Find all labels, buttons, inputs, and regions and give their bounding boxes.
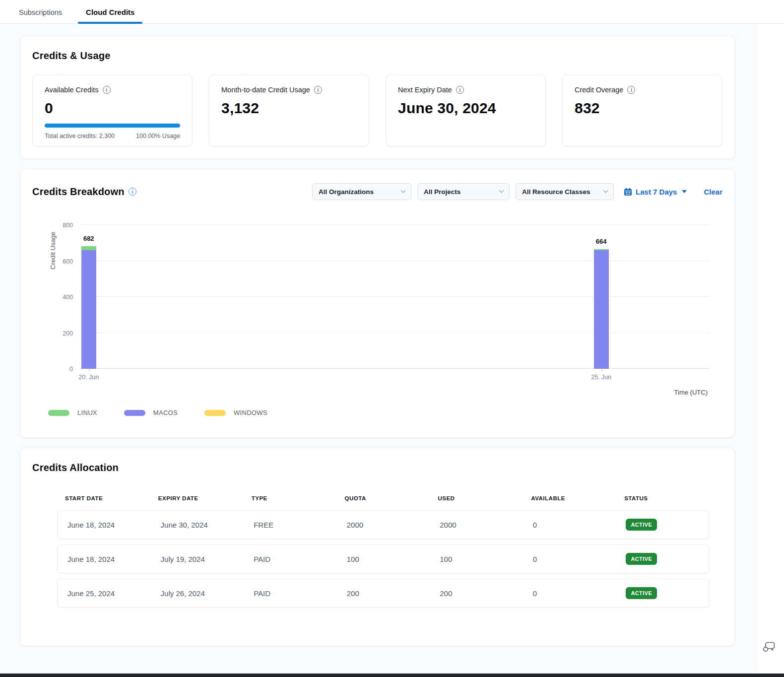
date-range-value: Last 7 Days <box>636 188 677 196</box>
gridline <box>80 333 710 333</box>
legend-label: MACOS <box>153 409 178 416</box>
usage-percent: 100.00% Usage <box>136 133 180 139</box>
chart-legend: LINUXMACOSWINDOWS <box>48 409 722 416</box>
column-header: STATUS <box>616 495 710 501</box>
projects-dropdown[interactable]: All Projects <box>417 183 510 200</box>
stat-card-next-expiry: Next Expiry Date i June 30, 2024 <box>386 74 546 146</box>
column-header: USED <box>430 495 523 501</box>
available-credits-label: Available Credits <box>45 86 99 94</box>
credit-overage-label: Credit Overage <box>575 86 623 94</box>
available-credits-value: 0 <box>45 100 180 117</box>
organizations-dropdown[interactable]: All Organizations <box>312 183 411 200</box>
cell-available: 0 <box>523 521 616 529</box>
credit-overage-value: 832 <box>575 100 710 117</box>
tab-subscriptions[interactable]: Subscriptions <box>11 2 70 23</box>
table-row[interactable]: June 25, 2024July 26, 2024PAID2002000ACT… <box>57 579 710 608</box>
tab-cloud-credits[interactable]: Cloud Credits <box>78 2 142 23</box>
bar-20-jun[interactable] <box>81 246 96 369</box>
table-row[interactable]: June 18, 2024July 19, 2024PAID1001000ACT… <box>57 544 710 573</box>
y-axis-tick: 0 <box>69 366 73 373</box>
cell-used: 100 <box>430 555 523 563</box>
cell-available: 0 <box>523 555 616 563</box>
organizations-dropdown-value: All Organizations <box>319 188 374 196</box>
bar-segment-macos <box>81 250 96 369</box>
bar-25-jun[interactable] <box>594 249 609 369</box>
allocation-table: START DATEEXPIRY DATETYPEQUOTAUSEDAVAILA… <box>57 495 710 608</box>
credits-usage-panel: Credits & Usage Available Credits i 0 To… <box>20 36 735 159</box>
column-header: START DATE <box>57 495 150 501</box>
cell-quota: 100 <box>337 555 430 563</box>
info-icon[interactable]: i <box>627 86 635 94</box>
calendar-icon <box>624 188 632 196</box>
legend-item-macos[interactable]: MACOS <box>124 409 178 416</box>
legend-item-windows[interactable]: WINDOWS <box>204 409 267 416</box>
date-range-picker[interactable]: Last 7 Days <box>624 188 687 196</box>
cell-start-date: June 18, 2024 <box>58 555 151 563</box>
legend-swatch-macos <box>124 410 145 416</box>
next-expiry-value: June 30, 2024 <box>398 100 533 117</box>
cell-type: PAID <box>244 589 337 598</box>
legend-swatch-linux <box>48 410 69 416</box>
chat-bubbles-icon <box>763 641 776 653</box>
table-row[interactable]: June 18, 2024June 30, 2024FREE200020000A… <box>57 510 710 539</box>
mtd-usage-value: 3,132 <box>221 100 357 117</box>
credits-usage-title: Credits & Usage <box>32 50 722 62</box>
credits-progress-fill <box>45 124 180 128</box>
active-tab-underline <box>78 22 142 24</box>
stat-card-mtd-usage: Month-to-date Credit Usage i 3,132 <box>209 74 369 146</box>
x-axis-tick: 20. Jun <box>78 374 99 381</box>
tab-bar: Subscriptions Cloud Credits <box>0 0 784 24</box>
legend-label: WINDOWS <box>234 409 267 416</box>
column-header: AVAILABLE <box>523 495 616 501</box>
y-axis-tick: 600 <box>63 258 73 265</box>
feedback-chat-button[interactable] <box>763 641 776 655</box>
credits-progress-bar <box>45 124 180 128</box>
gridline <box>80 224 710 225</box>
credits-allocation-panel: Credits Allocation START DATEEXPIRY DATE… <box>20 448 735 646</box>
column-header: TYPE <box>244 495 337 501</box>
x-axis-tickmark <box>601 369 602 372</box>
cell-type: FREE <box>244 521 337 529</box>
y-axis-tick: 400 <box>63 294 73 301</box>
gridline <box>80 296 710 297</box>
bar-total-label: 682 <box>83 235 94 242</box>
stat-card-credit-overage: Credit Overage i 832 <box>562 74 722 146</box>
status-badge: ACTIVE <box>626 587 657 599</box>
main-content: Credits & Usage Available Credits i 0 To… <box>20 36 735 646</box>
x-axis-tick: 25. Jun <box>591 374 611 381</box>
cell-start-date: June 18, 2024 <box>58 521 151 529</box>
bar-total-label: 664 <box>596 238 607 245</box>
column-header: EXPIRY DATE <box>150 495 244 501</box>
bar-segment-macos <box>594 250 609 369</box>
cell-quota: 200 <box>337 589 430 598</box>
status-badge: ACTIVE <box>626 553 657 565</box>
info-icon[interactable]: i <box>103 86 111 94</box>
legend-swatch-windows <box>204 410 226 416</box>
chevron-down-icon <box>401 188 406 193</box>
cell-type: PAID <box>244 555 337 563</box>
cell-start-date: June 25, 2024 <box>58 589 151 598</box>
resource-classes-dropdown[interactable]: All Resource Classes <box>516 183 614 200</box>
allocation-body: June 18, 2024June 30, 2024FREE200020000A… <box>57 510 710 608</box>
y-axis-tick: 800 <box>63 222 73 229</box>
resource-classes-dropdown-value: All Resource Classes <box>522 188 590 196</box>
info-icon[interactable]: i <box>456 86 464 94</box>
info-icon[interactable]: i <box>314 86 322 94</box>
cell-expiry-date: July 26, 2024 <box>151 589 244 598</box>
mtd-usage-label: Month-to-date Credit Usage <box>221 86 310 94</box>
cell-quota: 2000 <box>337 521 430 529</box>
clear-filters-button[interactable]: Clear <box>704 188 722 196</box>
info-icon[interactable]: i <box>129 188 136 196</box>
chevron-down-icon <box>499 188 504 193</box>
chevron-down-icon <box>603 188 608 193</box>
bottom-edge <box>0 674 784 677</box>
stat-card-available-credits: Available Credits i 0 Total active credi… <box>32 74 193 146</box>
chart-x-axis-label: Time (UTC) <box>32 389 708 396</box>
legend-item-linux[interactable]: LINUX <box>48 409 97 416</box>
cell-available: 0 <box>523 589 616 598</box>
credits-breakdown-title: Credits Breakdown <box>32 186 125 198</box>
status-badge: ACTIVE <box>626 519 657 531</box>
cell-expiry-date: June 30, 2024 <box>151 521 244 529</box>
next-expiry-label: Next Expiry Date <box>398 86 452 94</box>
cell-used: 2000 <box>430 521 523 529</box>
